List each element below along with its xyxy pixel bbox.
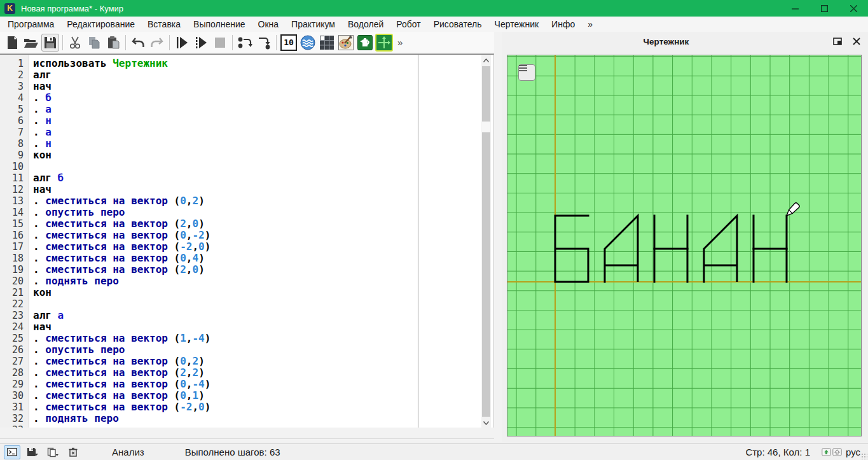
copy-output-button[interactable] [45,445,61,459]
paste-button[interactable] [104,34,122,52]
scrollbar-thumb[interactable] [482,122,490,132]
save-output-button[interactable] [24,445,41,459]
menu-item-чертежник[interactable]: Чертежник [488,17,546,31]
scroll-down-arrow[interactable] [481,417,491,428]
run-button[interactable] [173,34,191,52]
code-line-11[interactable]: алг б [33,172,210,184]
canvas-menu-button[interactable] [518,64,535,81]
undo-button[interactable] [129,34,147,52]
maximize-button[interactable] [809,0,839,17]
code-line-20[interactable]: . поднять перо [33,275,210,287]
code-line-16[interactable]: . сместиться на вектор (0,-2) [33,230,210,241]
menu-item-робот[interactable]: Робот [390,17,427,31]
line-number: 1 [0,58,29,69]
copy-button[interactable] [85,34,103,52]
code-line-10[interactable] [33,161,210,172]
code-editor[interactable]: 1234567891011121314151617181920212223242… [0,54,494,428]
code-line-24[interactable]: нач [33,321,210,333]
code-line-2[interactable]: алг [33,69,210,81]
code-line-13[interactable]: . сместиться на вектор (0,2) [33,195,210,207]
code-line-22[interactable] [33,298,210,310]
risovatel-window-button[interactable] [337,34,355,52]
close-panel-button[interactable] [849,35,864,48]
code-line-32[interactable]: . поднять перо [33,413,210,424]
menu-item-редактирование[interactable]: Редактирование [60,17,141,31]
redo-button[interactable] [148,34,166,52]
code-line-23[interactable]: алг а [33,310,210,321]
code-line-5[interactable]: . а [33,104,210,115]
float-panel-button[interactable] [830,35,845,48]
toolbar-overflow-button[interactable]: » [397,37,403,48]
code-line-30[interactable]: . сместиться на вектор (0,1) [33,390,210,401]
stop-button[interactable] [211,34,229,52]
cut-button[interactable] [66,34,84,52]
menu-item-водолей[interactable]: Водолей [341,17,390,31]
line-number: 18 [0,253,29,264]
menu-item-окна[interactable]: Окна [252,17,286,31]
line-number: 6 [0,115,29,127]
menu-item-рисователь[interactable]: Рисователь [427,17,488,31]
save-button[interactable] [41,34,59,52]
code-line-12[interactable]: нач [33,184,210,195]
menu-overflow[interactable]: » [581,17,599,31]
menu-item-программа[interactable]: Программа [1,17,60,31]
code-line-28[interactable]: . сместиться на вектор (2,2) [33,367,210,379]
code-line-15[interactable]: . сместиться на вектор (2,0) [33,218,210,230]
run-step-by-step-button[interactable] [192,34,210,52]
code-area[interactable]: использовать Чертежникалгнач. б. а. н. а… [33,55,210,428]
menu-item-выполнение[interactable]: Выполнение [187,17,251,31]
code-line-29[interactable]: . сместиться на вектор (0,-4) [33,379,210,390]
drafter-axes-icon [377,36,391,50]
code-line-17[interactable]: . сместиться на вектор (-2,0) [33,241,210,253]
code-line-8[interactable]: . н [33,138,210,150]
code-line-7[interactable]: . а [33,127,210,138]
resize-grip[interactable] [861,453,867,459]
scrollbar-track[interactable] [482,66,490,417]
menu-item-вставка[interactable]: Вставка [141,17,187,31]
minimize-button[interactable] [780,0,809,17]
editor-vertical-scrollbar[interactable] [481,55,491,428]
jug-window-button[interactable] [356,34,374,52]
code-line-33[interactable]: кон [33,424,210,428]
step-out-button[interactable] [255,34,273,52]
robot-window-button[interactable] [318,34,336,52]
code-line-14[interactable]: . опустить перо [33,207,210,218]
line-number: 2 [0,69,29,81]
code-line-18[interactable]: . сместиться на вектор (0,4) [33,253,210,264]
menu-bar: ПрограммаРедактированиеВставкаВыполнение… [0,17,868,32]
code-line-31[interactable]: . сместиться на вектор (-2,0) [33,401,210,413]
steps-counter: Выполнено шагов: 63 [185,447,280,457]
console-toggle-button[interactable] [4,445,20,459]
trash-icon [69,447,78,457]
code-line-19[interactable]: . сместиться на вектор (2,0) [33,264,210,275]
code-line-1[interactable]: использовать Чертежник [33,58,210,69]
close-button[interactable] [839,0,868,17]
toolbar-separator [62,35,63,50]
scroll-up-arrow[interactable] [481,55,491,66]
code-line-6[interactable]: . н [33,115,210,127]
code-line-26[interactable]: . опустить перо [33,344,210,356]
code-line-4[interactable]: . б [33,92,210,104]
drawn-word-banan [555,216,787,282]
drafter-window-button[interactable] [375,34,393,52]
step-over-button[interactable] [236,34,254,52]
code-line-21[interactable]: кон [33,287,210,298]
editor-margin-line [418,55,418,428]
keyboard-layout-indicator[interactable] [822,448,842,456]
new-file-button[interactable] [3,34,21,52]
code-line-25[interactable]: . сместиться на вектор (1,-4) [33,333,210,344]
menu-item-инфо[interactable]: Инфо [545,17,581,31]
io-area-button[interactable]: 10 [280,34,298,52]
palette-icon [338,35,354,50]
drafter-panel-header: Чертежник [502,32,868,51]
menu-item-практикум[interactable]: Практикум [285,17,341,31]
status-bar: Анализ Выполнено шагов: 63 Стр: 46, Кол:… [0,443,868,460]
code-line-9[interactable]: кон [33,150,210,161]
code-line-27[interactable]: . сместиться на вектор (0,2) [33,356,210,367]
line-number: 25 [0,333,29,344]
vodoley-window-button[interactable] [299,34,317,52]
open-file-button[interactable] [22,34,40,52]
drafter-canvas[interactable] [507,55,862,436]
clear-output-button[interactable] [65,445,81,459]
code-line-3[interactable]: нач [33,81,210,92]
